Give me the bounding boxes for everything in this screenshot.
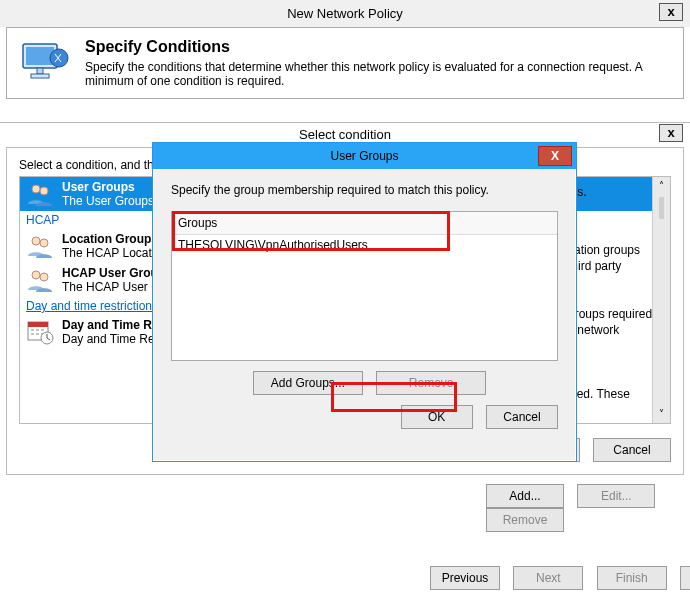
groups-listview[interactable]: Groups THESOLVING\VpnAuthorisedUsers [171, 211, 558, 361]
svg-point-9 [32, 271, 40, 279]
condition-item-desc: The User Groups [62, 194, 154, 208]
wizard-description: Specify the conditions that determine wh… [85, 60, 671, 88]
groups-list-item[interactable]: THESOLVING\VpnAuthorisedUsers [172, 235, 557, 255]
svg-rect-3 [31, 74, 49, 78]
select-condition-cancel-button[interactable]: Cancel [593, 438, 671, 462]
svg-point-8 [40, 239, 48, 247]
user-groups-cancel-button[interactable]: Cancel [486, 405, 558, 429]
scroll-thumb[interactable] [659, 197, 664, 219]
wizard-cancel-button[interactable]: Cancel [680, 566, 690, 590]
wizard-remove-button: Remove [486, 508, 564, 532]
user-groups-hint: Specify the group membership required to… [171, 183, 558, 197]
svg-rect-2 [37, 68, 43, 74]
svg-point-4 [50, 49, 68, 67]
scrollbar[interactable]: ˄ ˅ [652, 177, 670, 423]
calendar-icon [26, 318, 54, 346]
remove-group-button: Remove [376, 371, 486, 395]
wizard-nav-buttons: Previous Next Finish Cancel [420, 566, 690, 590]
svg-point-10 [40, 273, 48, 281]
add-groups-button[interactable]: Add Groups... [253, 371, 363, 395]
svg-point-6 [40, 187, 48, 195]
users-icon [26, 266, 54, 294]
svg-rect-12 [28, 322, 48, 327]
groups-column-header[interactable]: Groups [172, 212, 557, 235]
user-groups-title: User Groups [330, 149, 398, 163]
wizard-edit-button: Edit... [577, 484, 655, 508]
list-row-fragment: groups required [568, 307, 652, 321]
network-policy-icon [19, 38, 69, 88]
wizard-title: New Network Policy [0, 0, 690, 27]
user-groups-titlebar[interactable]: User Groups X [153, 143, 576, 169]
users-icon [26, 232, 54, 260]
select-condition-close-button[interactable]: x [659, 124, 683, 142]
wizard-next-button: Next [513, 566, 583, 590]
wizard-previous-button[interactable]: Previous [430, 566, 500, 590]
user-groups-close-button[interactable]: X [538, 146, 572, 166]
list-row-fragment: wed. These [568, 387, 630, 401]
wizard-add-button[interactable]: Add... [486, 484, 564, 508]
wizard-heading: Specify Conditions [85, 38, 671, 56]
scroll-up-icon[interactable]: ˄ [659, 177, 664, 195]
wizard-finish-button: Finish [597, 566, 667, 590]
users-icon [26, 180, 54, 208]
wizard-header: Specify Conditions Specify the condition… [6, 27, 684, 99]
wizard-close-button[interactable]: x [659, 3, 683, 21]
scroll-down-icon[interactable]: ˅ [653, 405, 670, 423]
wizard-condition-buttons: Add... Edit... Remove [476, 484, 690, 532]
condition-item-title: User Groups [62, 180, 154, 194]
user-groups-dialog: User Groups X Specify the group membersh… [152, 142, 577, 462]
svg-point-7 [32, 237, 40, 245]
list-row-fragment: cation groups [568, 243, 640, 257]
svg-point-5 [32, 185, 40, 193]
user-groups-ok-button[interactable]: OK [401, 405, 473, 429]
